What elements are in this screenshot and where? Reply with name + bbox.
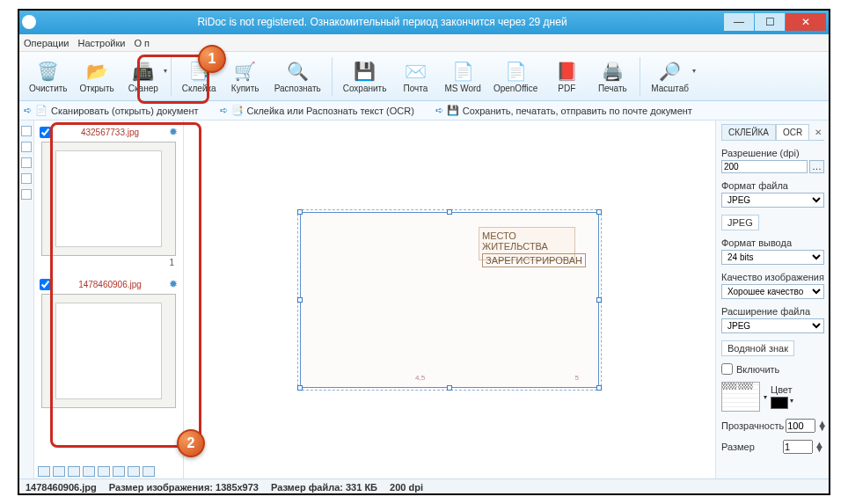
close-button[interactable]: ✕ — [786, 13, 826, 31]
watermark-pattern[interactable]: VVVVV VVVVV VVVVV VVVVV — [721, 382, 760, 412]
body: 432567733.jpg ✹ 1 1478460906.jpg ✹ — [18, 121, 830, 478]
callout-2: 2 — [177, 429, 205, 457]
app-icon — [22, 15, 36, 29]
resize-handle[interactable] — [447, 385, 452, 391]
gear-icon[interactable]: ✹ — [169, 278, 178, 290]
resize-handle[interactable] — [297, 297, 303, 303]
zoom-button[interactable]: 🔎Масштаб▾ — [646, 55, 694, 99]
menu-settings[interactable]: Настройки — [77, 38, 125, 48]
hint-bar: ➪📄Сканировать (открыть) документ ➪📑Склей… — [18, 101, 830, 121]
preview-document[interactable]: МЕСТО ЖИТЕЛЬСТВА ЗАРЕГИСТРИРОВАН 4,5 5 — [300, 212, 599, 388]
menubar: Операции Настройки О п — [18, 34, 830, 52]
arrow-icon: ➪ — [24, 105, 32, 116]
tab-ocr[interactable]: OCR — [776, 124, 809, 140]
open-button[interactable]: 📂Открыть — [75, 55, 120, 99]
scanner-icon: 📠 — [131, 60, 156, 83]
thumbnail-item[interactable]: 1478460906.jpg ✹ — [38, 276, 179, 408]
tool-button[interactable] — [98, 466, 110, 477]
menu-about[interactable]: О п — [134, 38, 150, 48]
format-select[interactable]: JPEG — [721, 193, 824, 208]
thumb-image[interactable] — [41, 294, 176, 408]
resize-handle[interactable] — [596, 297, 602, 303]
size-input[interactable] — [783, 440, 813, 454]
thumb-image[interactable] — [41, 142, 176, 256]
color-swatch[interactable] — [771, 397, 788, 409]
field-ext: Расширение файла JPEG — [721, 306, 824, 333]
thumb-checkbox[interactable] — [40, 279, 51, 290]
openoffice-button[interactable]: 📄OpenOffice — [488, 55, 543, 99]
minimize-button[interactable]: — — [724, 13, 754, 31]
thumb-checkbox[interactable] — [40, 127, 51, 138]
field-output: Формат вывода 24 bits — [721, 237, 824, 265]
tool-button[interactable] — [113, 466, 125, 477]
left-toolstrip — [18, 121, 34, 478]
opacity-spinner: Прозрачность ▲▼ — [721, 419, 824, 433]
field-format: Формат файла JPEG — [721, 180, 824, 208]
ocr-button[interactable]: 🔍Распознать — [269, 55, 326, 99]
ocr-icon: 🔍 — [285, 60, 310, 83]
tab-glue[interactable]: СКЛЕЙКА — [721, 124, 776, 140]
scanner-button[interactable]: 📠Сканер▾ — [121, 55, 165, 99]
tool-button[interactable] — [21, 142, 32, 152]
separator — [171, 57, 172, 96]
print-button[interactable]: 🖨️Печать — [590, 55, 634, 99]
thumb-filename: 1478460906.jpg — [55, 280, 165, 289]
tool-button[interactable] — [38, 466, 50, 477]
resize-handle[interactable] — [447, 209, 452, 215]
opacity-input[interactable] — [786, 419, 815, 433]
maximize-button[interactable]: ☐ — [755, 13, 785, 31]
arrow-icon: ➪ — [220, 105, 228, 116]
tool-button[interactable] — [143, 466, 155, 477]
close-panel-button[interactable]: ✕ — [809, 126, 827, 139]
tool-button[interactable] — [68, 466, 80, 477]
gear-icon[interactable]: ✹ — [169, 126, 178, 138]
tool-button[interactable] — [21, 157, 32, 168]
thumbnail-item[interactable]: 432567733.jpg ✹ 1 — [38, 124, 179, 267]
jpeg-tab[interactable]: JPEG — [721, 215, 759, 230]
watermark-checkbox[interactable] — [721, 363, 733, 375]
mail-button[interactable]: ✉️Почта — [393, 55, 437, 99]
save-button[interactable]: 💾Сохранить — [338, 55, 392, 99]
resize-handle[interactable] — [297, 385, 303, 391]
page-number: 4,5 — [415, 374, 425, 382]
size-spinner: Размер ▲▼ — [721, 440, 824, 454]
output-select[interactable]: 24 bits — [721, 250, 824, 265]
tool-button[interactable] — [53, 466, 65, 477]
tool-button[interactable] — [21, 173, 32, 184]
watermark-tab[interactable]: Водяной знак — [721, 340, 794, 356]
buy-button[interactable]: 🛒Купить — [223, 55, 267, 99]
print-icon: 🖨️ — [600, 60, 625, 83]
menu-operations[interactable]: Операции — [24, 38, 69, 48]
openoffice-icon: 📄 — [503, 60, 528, 83]
status-dpi: 200 dpi — [390, 482, 423, 493]
status-filename: 1478460906.jpg — [26, 482, 97, 493]
zoom-icon: 🔎 — [658, 60, 683, 83]
ext-select[interactable]: JPEG — [721, 318, 824, 333]
chevron-down-icon: ▾ — [692, 67, 696, 75]
status-bar: 1478460906.jpg Размер изображения: 1385x… — [18, 478, 830, 494]
quality-select[interactable]: Хорошее качество — [721, 284, 824, 299]
tool-button[interactable] — [21, 126, 32, 136]
resize-handle[interactable] — [297, 209, 303, 215]
clear-button[interactable]: 🗑️Очистить — [24, 55, 73, 99]
app-window: RiDoc is not registered. Ознакомительный… — [18, 9, 830, 495]
word-button[interactable]: 📄MS Word — [439, 55, 486, 99]
tool-button[interactable] — [83, 466, 95, 477]
resize-handle[interactable] — [596, 385, 602, 391]
thumb-filename: 432567733.jpg — [55, 128, 165, 137]
preview-area[interactable]: МЕСТО ЖИТЕЛЬСТВА ЗАРЕГИСТРИРОВАН 4,5 5 — [184, 121, 715, 478]
hint-save: ➪💾Сохранить, печатать, отправить по почт… — [435, 105, 692, 116]
resize-handle[interactable] — [596, 209, 602, 215]
resolution-input[interactable] — [721, 160, 808, 173]
more-button[interactable]: … — [809, 160, 824, 173]
hint-glue: ➪📑Склейка или Распознать текст (OCR) — [220, 105, 414, 116]
separator — [332, 57, 333, 96]
ribbon: 🗑️Очистить 📂Открыть 📠Сканер▾ 📑Склейка 🛒К… — [18, 52, 830, 101]
page-number: 5 — [575, 374, 579, 382]
watermark-row: Включить — [721, 363, 824, 375]
callout-1: 1 — [198, 45, 226, 73]
tool-button[interactable] — [21, 189, 32, 200]
pdf-button[interactable]: 📕PDF — [545, 55, 588, 99]
field-quality: Качество изображения Хорошее качество — [721, 272, 824, 299]
tool-button[interactable] — [128, 466, 140, 477]
